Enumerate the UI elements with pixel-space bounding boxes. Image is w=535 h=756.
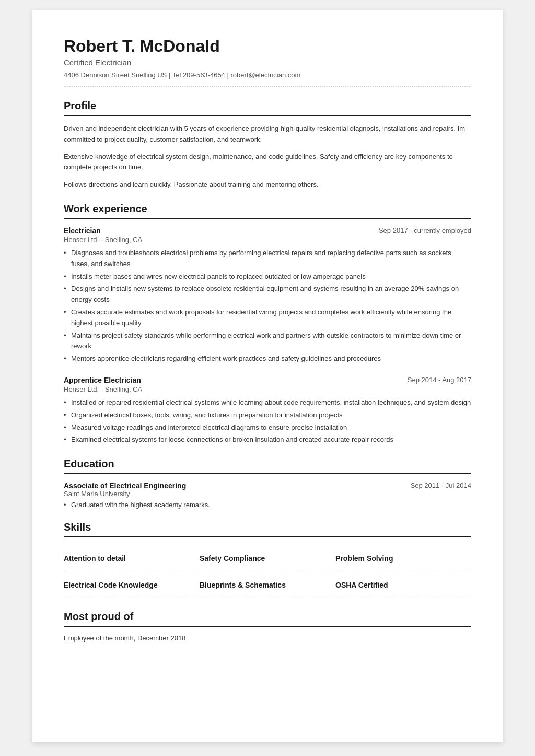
contact-info: 4406 Dennison Street Snelling US | Tel 2…: [64, 71, 471, 87]
skill-item-5: Blueprints & Schematics: [200, 571, 335, 598]
job-title-2: Apprentice Electrician: [64, 376, 141, 384]
skills-section-title: Skills: [64, 521, 471, 537]
list-item: Creates accurate estimates and work prop…: [64, 307, 471, 329]
job-header-1: Electrician Sep 2017 - currently employe…: [64, 226, 471, 235]
list-item: Installs meter bases and wires new elect…: [64, 271, 471, 282]
list-item: Examined electrical systems for loose co…: [64, 434, 471, 445]
job-header-2: Apprentice Electrician Sep 2014 - Aug 20…: [64, 376, 471, 384]
proud-text: Employee of the month, December 2018: [64, 634, 471, 642]
skills-grid: Attention to detail Safety Compliance Pr…: [64, 545, 471, 598]
candidate-title: Certified Electrician: [64, 58, 471, 67]
list-item: Diagnoses and troubleshoots electrical p…: [64, 248, 471, 270]
header-section: Robert T. McDonald Certified Electrician…: [64, 37, 471, 87]
profile-paragraph-3: Follows directions and learn quickly. Pa…: [64, 179, 471, 190]
most-proud-section: Most proud of Employee of the month, Dec…: [64, 611, 471, 642]
list-item: Installed or repaired residential electr…: [64, 397, 471, 408]
skill-item-4: Electrical Code Knowledge: [64, 571, 200, 598]
job-company-1: Henser Ltd. - Snelling, CA: [64, 236, 471, 244]
job-bullets-2: Installed or repaired residential electr…: [64, 397, 471, 445]
list-item: Designs and installs new systems to repl…: [64, 283, 471, 305]
job-bullets-1: Diagnoses and troubleshoots electrical p…: [64, 248, 471, 364]
profile-paragraph-1: Driven and independent electrician with …: [64, 123, 471, 145]
job-title-1: Electrician: [64, 226, 101, 235]
job-block-1: Electrician Sep 2017 - currently employe…: [64, 226, 471, 364]
profile-paragraph-2: Extensive knowledge of electrical system…: [64, 152, 471, 174]
list-item: Maintains project safety standards while…: [64, 330, 471, 352]
job-date-2: Sep 2014 - Aug 2017: [408, 376, 471, 384]
edu-date-1: Sep 2011 - Jul 2014: [411, 482, 471, 489]
job-company-2: Henser Ltd. - Snelling, CA: [64, 385, 471, 393]
work-experience-title: Work experience: [64, 203, 471, 219]
most-proud-title: Most proud of: [64, 611, 471, 627]
candidate-name: Robert T. McDonald: [64, 37, 471, 56]
list-item: Organized electrical boxes, tools, wirin…: [64, 410, 471, 421]
education-section: Education Associate of Electrical Engine…: [64, 458, 471, 509]
skill-item-3: Problem Solving: [335, 545, 471, 571]
edu-block-1: Associate of Electrical Engineering Sep …: [64, 482, 471, 509]
edu-header-1: Associate of Electrical Engineering Sep …: [64, 482, 471, 490]
education-section-title: Education: [64, 458, 471, 474]
skill-item-1: Attention to detail: [64, 545, 200, 571]
skill-item-6: OSHA Certified: [335, 571, 471, 598]
work-experience-section: Work experience Electrician Sep 2017 - c…: [64, 203, 471, 445]
edu-school-1: Saint Maria University: [64, 490, 471, 498]
edu-bullet-1: Graduated with the highest academy remar…: [64, 501, 471, 509]
profile-section: Profile Driven and independent electrici…: [64, 100, 471, 190]
resume-container: Robert T. McDonald Certified Electrician…: [32, 10, 503, 742]
job-date-1: Sep 2017 - currently employed: [379, 226, 471, 234]
skill-item-2: Safety Compliance: [200, 545, 335, 571]
skills-section: Skills Attention to detail Safety Compli…: [64, 521, 471, 598]
job-block-2: Apprentice Electrician Sep 2014 - Aug 20…: [64, 376, 471, 445]
list-item: Measured voltage readings and interprete…: [64, 422, 471, 433]
edu-degree-1: Associate of Electrical Engineering: [64, 482, 186, 490]
list-item: Mentors apprentice electricians regardin…: [64, 353, 471, 364]
profile-section-title: Profile: [64, 100, 471, 116]
